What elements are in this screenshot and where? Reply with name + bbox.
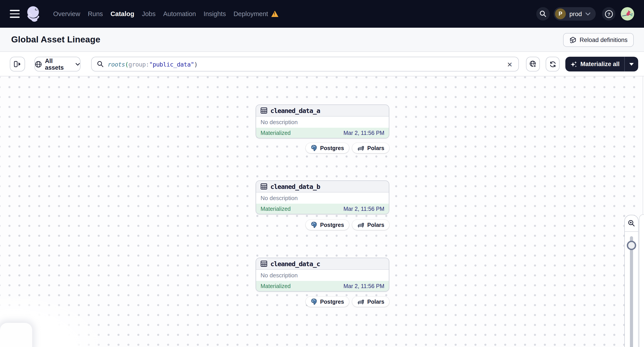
- tag-postgres[interactable]: Postgres: [306, 143, 349, 153]
- asset-name: cleaned_data_b: [270, 183, 320, 190]
- asset-tags-row: Postgres Polars: [306, 297, 389, 307]
- search-button[interactable]: [536, 7, 550, 20]
- asset-name: cleaned_data_a: [270, 107, 320, 114]
- asset-description: No description: [256, 270, 389, 281]
- nav-item-insights[interactable]: Insights: [204, 10, 226, 17]
- tag-postgres[interactable]: Postgres: [306, 297, 349, 307]
- table-icon: [260, 183, 267, 190]
- asset-description: No description: [256, 117, 389, 128]
- asset-description: No description: [256, 192, 389, 204]
- nav-item-overview[interactable]: Overview: [53, 10, 80, 17]
- nav-item-jobs[interactable]: Jobs: [142, 10, 156, 17]
- view-all-assets-button[interactable]: [526, 57, 540, 71]
- tag-polars[interactable]: Polars: [352, 143, 389, 153]
- globe-icon: [35, 60, 42, 68]
- table-icon: [260, 107, 267, 114]
- asset-node-header: cleaned_data_c: [256, 258, 389, 270]
- asset-status-bar: Materialized Mar 2, 11:56 PM: [256, 281, 389, 291]
- search-icon: [540, 10, 546, 17]
- materialization-timestamp[interactable]: Mar 2, 11:56 PM: [344, 206, 384, 212]
- asset-node-cleaned-data-a[interactable]: cleaned_data_a No description Materializ…: [256, 104, 389, 138]
- refresh-button[interactable]: [546, 57, 560, 71]
- materialize-all-split-button: Materialize all: [565, 57, 638, 71]
- materialization-timestamp[interactable]: Mar 2, 11:56 PM: [344, 283, 384, 289]
- materialization-timestamp[interactable]: Mar 2, 11:56 PM: [344, 130, 384, 136]
- zoom-slider[interactable]: [625, 231, 638, 347]
- nav-item-runs[interactable]: Runs: [88, 10, 103, 17]
- deployment-avatar: P: [555, 8, 566, 19]
- tag-label: Polars: [367, 222, 384, 228]
- zoom-control-panel: [624, 215, 639, 347]
- globe-add-icon: [529, 60, 537, 68]
- tag-label: Postgres: [320, 299, 344, 305]
- page-curl-cover: [0, 323, 32, 347]
- asset-name: cleaned_data_c: [270, 260, 320, 267]
- deployment-name: prod: [569, 10, 582, 17]
- reload-definitions-label: Reload definitions: [580, 37, 628, 43]
- asset-selection-query: roots(group:"public_data"): [108, 60, 198, 68]
- tag-label: Postgres: [320, 222, 344, 228]
- panel-expand-icon: [14, 61, 21, 67]
- zoom-slider-track[interactable]: [630, 236, 633, 347]
- nav-item-catalog[interactable]: Catalog: [110, 10, 134, 17]
- asset-node-header: cleaned_data_b: [256, 181, 389, 192]
- asset-node-header: cleaned_data_a: [256, 105, 389, 117]
- nav-item-deployment[interactable]: Deployment: [234, 10, 278, 17]
- asset-tags-row: Postgres Polars: [306, 220, 389, 230]
- chevron-down-icon: [76, 63, 80, 65]
- asset-scope-dropdown[interactable]: All assets: [34, 57, 80, 71]
- postgres-icon: [311, 298, 318, 305]
- canvas-right-panel-edge: [639, 214, 644, 347]
- page-header: Global Asset Lineage Reload definitions: [0, 28, 644, 52]
- nav-item-automation[interactable]: Automation: [163, 10, 196, 17]
- polars-icon: [357, 145, 365, 151]
- page-title: Global Asset Lineage: [11, 34, 100, 45]
- clear-query-icon[interactable]: ✕: [506, 61, 514, 68]
- dagster-app: Overview Runs Catalog Jobs Automation In…: [0, 0, 644, 347]
- materialize-all-button[interactable]: Materialize all: [565, 57, 624, 71]
- menu-icon[interactable]: [10, 10, 20, 18]
- reload-definitions-button[interactable]: Reload definitions: [563, 33, 634, 47]
- refresh-icon: [549, 60, 556, 68]
- warning-icon: [271, 11, 278, 17]
- sparkle-icon: [570, 60, 577, 68]
- nav-links: Overview Runs Catalog Jobs Automation In…: [53, 0, 278, 28]
- dagster-logo[interactable]: [25, 5, 43, 23]
- help-icon: ?: [604, 9, 613, 18]
- status-badge: Materialized: [260, 130, 291, 136]
- status-badge: Materialized: [260, 206, 291, 212]
- deployment-switcher[interactable]: P prod: [554, 7, 596, 20]
- reload-definitions-icon: [569, 36, 576, 43]
- svg-text:?: ?: [607, 11, 610, 16]
- asset-selection-input[interactable]: roots(group:"public_data") ✕: [91, 57, 519, 71]
- help-button[interactable]: ?: [602, 7, 616, 20]
- zoom-in-button[interactable]: [625, 215, 638, 231]
- materialize-all-label: Materialize all: [580, 61, 620, 67]
- table-icon: [260, 260, 267, 267]
- asset-status-bar: Materialized Mar 2, 11:56 PM: [256, 128, 389, 138]
- tag-polars[interactable]: Polars: [352, 220, 389, 230]
- asset-node-cleaned-data-b[interactable]: cleaned_data_b No description Materializ…: [256, 180, 389, 214]
- user-avatar[interactable]: [621, 7, 634, 20]
- tag-postgres[interactable]: Postgres: [306, 220, 349, 230]
- lineage-toolbar: All assets roots(group:"public_data") ✕: [0, 52, 644, 76]
- toggle-sidebar-button[interactable]: [10, 57, 25, 71]
- materialize-options-button[interactable]: [624, 57, 638, 71]
- postgres-icon: [311, 145, 318, 151]
- magnifier-icon: [97, 61, 104, 67]
- asset-status-bar: Materialized Mar 2, 11:56 PM: [256, 204, 389, 214]
- zoom-in-icon: [628, 220, 635, 227]
- status-badge: Materialized: [260, 283, 291, 289]
- asset-tags-row: Postgres Polars: [306, 143, 389, 153]
- top-nav-bar: Overview Runs Catalog Jobs Automation In…: [0, 0, 644, 28]
- tag-polars[interactable]: Polars: [352, 297, 389, 307]
- tag-label: Polars: [367, 145, 384, 151]
- caret-down-icon: [629, 63, 634, 65]
- lineage-canvas[interactable]: cleaned_data_a No description Materializ…: [0, 76, 644, 347]
- polars-icon: [357, 222, 365, 228]
- polars-icon: [357, 299, 365, 305]
- asset-node-cleaned-data-c[interactable]: cleaned_data_c No description Materializ…: [256, 258, 389, 292]
- zoom-slider-handle[interactable]: [627, 241, 636, 250]
- tag-label: Polars: [367, 299, 384, 305]
- postgres-icon: [311, 222, 318, 228]
